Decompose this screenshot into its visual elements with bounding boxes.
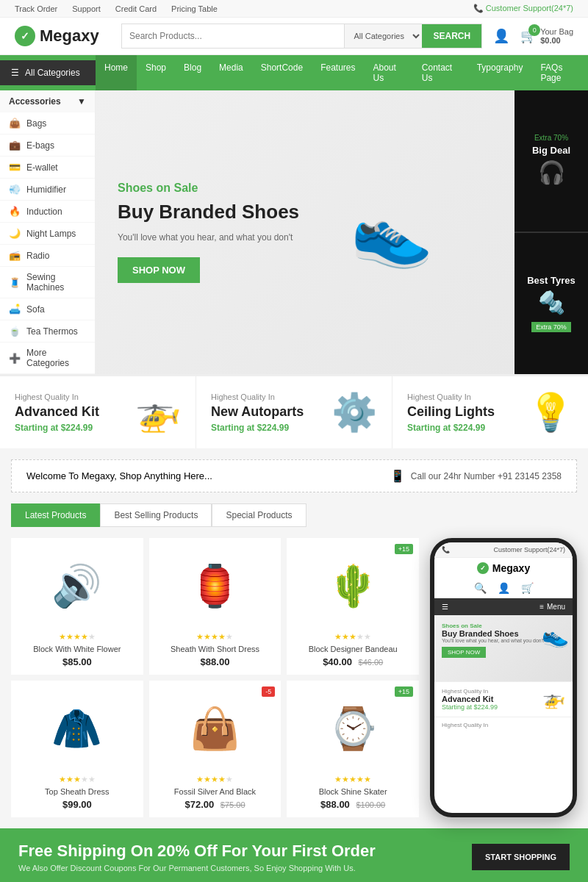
nav-home[interactable]: Home [96, 55, 137, 90]
phone-shop-btn[interactable]: SHOP NOW [442, 647, 486, 658]
feature-info-1: Highest Quality In New Autoparts Startin… [211, 392, 304, 433]
phone-support-text: Customer Support(24*7) [493, 546, 565, 553]
feature-advanced-kit[interactable]: Highest Quality In Advanced Kit Starting… [0, 376, 196, 448]
product-badge-4: -5 [262, 686, 275, 697]
product-card-1[interactable]: 🏮 ★★★★★ Sheath With Short Dress $88.00 [149, 538, 282, 675]
product-stars-3: ★★★★★ [18, 775, 136, 784]
hero-image: 👟 [277, 90, 508, 374]
tab-latest[interactable]: Latest Products [11, 503, 100, 527]
user-icon[interactable]: 👤 [493, 28, 509, 44]
tab-special[interactable]: Special Products [212, 503, 306, 527]
tab-best-selling[interactable]: Best Selling Products [100, 503, 212, 527]
sidebar-item-ebags[interactable]: 💼 E-bags [0, 135, 95, 157]
phone-user-icon[interactable]: 👤 [498, 582, 510, 594]
nav-media[interactable]: Media [210, 55, 252, 90]
sidebar-item-radio[interactable]: 📻 Radio [0, 245, 95, 267]
phone-hero-shoe-icon: 👟 [542, 623, 569, 648]
all-categories-nav[interactable]: ☰ All Categories [0, 60, 96, 85]
product-card-5[interactable]: +15 ⌚ ★★★★★ Block Shine Skater $88.00 $1… [287, 681, 419, 817]
menu-icon: ☰ [11, 68, 19, 78]
credit-card-link[interactable]: Credit Card [115, 4, 157, 13]
radio-icon: 📻 [9, 250, 21, 261]
phone-mockup: 📞 Customer Support(24*7) ✓ Megaxy 🔍 👤 🛒 … [430, 538, 577, 817]
product-price-1: $88.00 [157, 656, 274, 667]
hero-side-panels: Extra 70% Big Deal 🎧 Best Tyres 🔩 Extra … [514, 90, 588, 374]
support-link[interactable]: Support [72, 4, 101, 13]
support-phone-icon: 📱 [390, 469, 405, 483]
sidebar-item-sewing[interactable]: 🧵 Sewing Machines [0, 267, 95, 298]
product-name-2: Block Designer Bandeau [294, 645, 412, 653]
bag-icon: 👜 [9, 118, 21, 129]
pricing-table-link[interactable]: Pricing Table [171, 4, 218, 13]
header-icons: 👤 🛒 0 Your Bag $0.00 [493, 27, 573, 45]
cart-wrap[interactable]: 🛒 0 Your Bag $0.00 [520, 27, 573, 45]
nav-blog[interactable]: Blog [175, 55, 210, 90]
product-image-1: 🏮 [157, 545, 274, 626]
category-select[interactable]: All Categories [344, 24, 422, 48]
phone-menu-icon[interactable]: ☰ [442, 603, 448, 611]
hero-side-tyres[interactable]: Best Tyres 🔩 Extra 70% [514, 233, 588, 374]
hero-area: Shoes on Sale Buy Branded Shoes You'll l… [96, 90, 588, 374]
feature-ceiling-lights[interactable]: Highest Quality In Ceiling Lights Starti… [392, 376, 588, 448]
product-image-3: 🧥 [18, 688, 136, 769]
product-card-2[interactable]: +15 🌵 ★★★★★ Block Designer Bandeau $40.0… [287, 538, 419, 675]
phone-cart-icon[interactable]: 🛒 [521, 582, 534, 594]
sidebar-item-bags[interactable]: 👜 Bags [0, 112, 95, 135]
hero-cta-button[interactable]: SHOP NOW [118, 257, 200, 283]
sidebar-item-tea[interactable]: 🍵 Tea Thermos [0, 320, 95, 343]
sofa-icon: 🛋️ [9, 304, 21, 315]
sidebar-item-induction[interactable]: 🔥 Induction [0, 201, 95, 223]
header: ✓ Megaxy All Categories SEARCH 👤 🛒 0 You… [0, 18, 588, 55]
feature-quality-0: Highest Quality In [15, 392, 99, 401]
nav-typography[interactable]: Typography [468, 55, 532, 90]
sidebar-item-nightlamps[interactable]: 🌙 Night Lamps [0, 223, 95, 245]
phone-icons-row: 🔍 👤 🛒 [434, 578, 573, 598]
feature-blocks: Highest Quality In Advanced Kit Starting… [0, 374, 588, 448]
phone-logo: ✓ Megaxy [434, 558, 573, 578]
product-card-3[interactable]: 🧥 ★★★★★ Top Sheath Dress $99.00 [11, 681, 143, 817]
feature-price-1: Starting at $224.99 [211, 423, 304, 433]
sidebar-item-more[interactable]: ➕ More Categories [0, 343, 95, 374]
tyres-badge-btn[interactable]: Extra 70% [531, 322, 571, 332]
feature-title-2: Ceiling Lights [407, 404, 495, 420]
feature-autoparts[interactable]: Highest Quality In New Autoparts Startin… [196, 376, 392, 448]
track-order-link[interactable]: Track Order [15, 4, 57, 13]
phone-logo-text: Megaxy [492, 562, 530, 574]
tea-icon: 🍵 [9, 326, 21, 337]
sidebar-item-sofa[interactable]: 🛋️ Sofa [0, 298, 95, 320]
sidebar-item-ewallet[interactable]: 💳 E-wallet [0, 157, 95, 179]
hero-side-deal[interactable]: Extra 70% Big Deal 🎧 [514, 90, 588, 233]
sidebar-item-humidifier[interactable]: 💨 Humidifier [0, 179, 95, 201]
product-stars-2: ★★★★★ [294, 632, 412, 642]
phone-search-icon[interactable]: 🔍 [474, 582, 487, 594]
induction-icon: 🔥 [9, 206, 21, 217]
feature-price-0: Starting at $224.99 [15, 423, 99, 433]
product-stars-0: ★★★★★ [18, 632, 136, 642]
phone-nav: ☰ ≡ Menu [434, 598, 573, 615]
nav-shop[interactable]: Shop [137, 55, 175, 90]
shoe-icon: 👟 [351, 194, 433, 271]
nav-about[interactable]: About Us [365, 55, 413, 90]
ewallet-icon: 💳 [9, 162, 21, 173]
phone-drone-icon: 🚁 [542, 688, 565, 709]
phone-feature-2: Highest Quality In [434, 717, 573, 733]
nav-faqs[interactable]: FAQs Page [531, 55, 588, 90]
start-shopping-button[interactable]: START SHOPPING [472, 844, 570, 870]
product-card-0[interactable]: 🔊 ★★★★★ Block With White Flower $85.00 [11, 538, 143, 675]
phone-feature-1: 🚁 Highest Quality In Advanced Kit Starti… [434, 681, 573, 717]
sidebar-header[interactable]: Accessories ▼ [0, 90, 95, 112]
light-icon: 💡 [528, 391, 573, 434]
nav-features[interactable]: Features [312, 55, 364, 90]
nav-shortcode[interactable]: ShortCode [252, 55, 312, 90]
logo[interactable]: ✓ Megaxy [15, 26, 110, 46]
phone-menu-label[interactable]: ≡ Menu [539, 603, 565, 611]
promo-strip: Free Shipping On 20% Off For Your First … [0, 828, 588, 882]
support-call: 📱 Call our 24hr Number +91 23145 2358 [390, 469, 562, 483]
search-input[interactable] [122, 24, 344, 48]
search-button[interactable]: SEARCH [422, 24, 481, 48]
product-card-4[interactable]: -5 👜 ★★★★★ Fossil Silver And Black $72.0… [149, 681, 282, 817]
phone-logo-icon: ✓ [477, 562, 489, 574]
phone-feat2-qual: Highest Quality In [442, 722, 565, 728]
nav-contact[interactable]: Contact Us [413, 55, 468, 90]
feature-price-2: Starting at $224.99 [407, 423, 495, 433]
